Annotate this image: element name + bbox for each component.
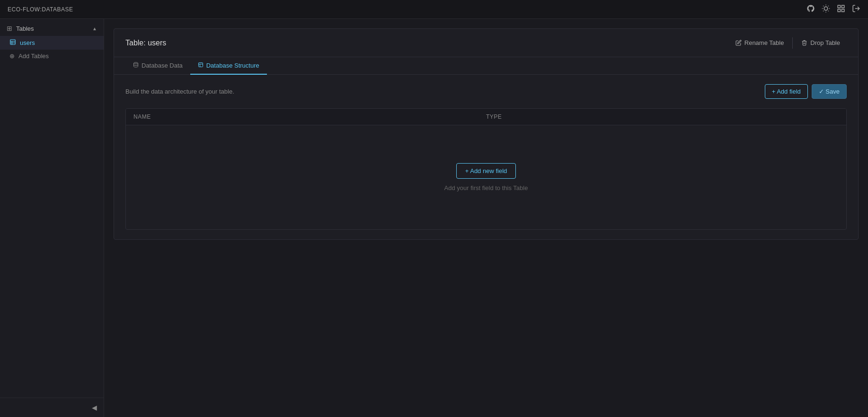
column-type-header: Type	[486, 113, 839, 120]
sidebar-footer: ◀	[0, 398, 104, 417]
save-button[interactable]: ✓ Save	[812, 84, 847, 99]
github-icon[interactable]	[806, 4, 815, 15]
panel-actions: Rename Table Drop Table	[729, 36, 847, 49]
topbar: ECO-FLOW:DATABASE	[0, 0, 868, 19]
panel-header: Table: users Rename Table Drop Table	[114, 29, 858, 57]
panel-title: Table: users	[125, 39, 166, 47]
tab-database-structure[interactable]: Database Structure	[190, 57, 267, 75]
table-empty-state: + Add new field Add your first field to …	[126, 125, 846, 229]
database-structure-icon	[198, 62, 204, 69]
action-divider	[792, 37, 793, 49]
table-header: Name Type	[126, 109, 846, 125]
svg-rect-19	[198, 63, 203, 67]
sidebar-collapse-button[interactable]: ◀	[92, 404, 97, 411]
structure-description: Build the data architecture of your tabl…	[125, 88, 234, 95]
table-icon	[9, 39, 16, 47]
drop-table-button[interactable]: Drop Table	[795, 36, 847, 49]
sun-icon[interactable]	[822, 4, 830, 15]
svg-point-18	[134, 62, 138, 64]
content-area: Table: users Rename Table Drop Table	[104, 19, 868, 417]
structure-table: Name Type + Add new field Add your first…	[125, 108, 847, 230]
topbar-actions	[806, 4, 860, 15]
svg-rect-10	[842, 5, 844, 8]
structure-toolbar: Build the data architecture of your tabl…	[125, 84, 847, 99]
panel-tabs: Database Data Database Structure	[114, 57, 858, 75]
add-new-field-button[interactable]: + Add new field	[456, 163, 516, 179]
svg-line-4	[828, 10, 829, 11]
app-title: ECO-FLOW:DATABASE	[8, 6, 73, 13]
sidebar-chevron-icon[interactable]: ▲	[92, 26, 97, 31]
database-data-icon	[133, 62, 139, 69]
structure-body: Build the data architecture of your tabl…	[114, 75, 858, 239]
empty-hint: Add your first field to this Table	[444, 184, 528, 191]
tab-data-label: Database Data	[142, 62, 183, 69]
svg-line-7	[823, 10, 824, 11]
main-panel: Table: users Rename Table Drop Table	[114, 28, 859, 240]
sidebar: ⊞ Tables ▲ users ⊕ Add Tables ◀	[0, 19, 104, 417]
svg-rect-11	[838, 9, 840, 11]
sidebar-item-users[interactable]: users	[0, 36, 104, 50]
sidebar-add-label: Add Tables	[18, 52, 49, 60]
column-name-header: Name	[133, 113, 486, 120]
svg-rect-12	[842, 9, 844, 11]
add-icon: ⊕	[9, 52, 15, 60]
svg-line-3	[823, 6, 824, 6]
toolbar-right: + Add field ✓ Save	[765, 84, 847, 99]
svg-point-0	[824, 7, 828, 10]
add-field-button[interactable]: + Add field	[765, 84, 808, 99]
svg-rect-9	[838, 5, 840, 8]
tab-database-data[interactable]: Database Data	[125, 57, 190, 75]
svg-line-8	[828, 6, 829, 6]
sidebar-add-tables[interactable]: ⊕ Add Tables	[0, 50, 104, 62]
logout-icon[interactable]	[852, 4, 860, 15]
main-layout: ⊞ Tables ▲ users ⊕ Add Tables ◀ Table: u…	[0, 19, 868, 417]
layout-icon[interactable]	[837, 4, 845, 15]
sidebar-tables-header: ⊞ Tables ▲	[0, 19, 104, 36]
tab-structure-label: Database Structure	[206, 62, 259, 69]
sidebar-users-label: users	[20, 39, 35, 46]
sidebar-grid-icon: ⊞	[7, 25, 12, 32]
sidebar-tables-label: Tables	[16, 25, 34, 32]
svg-rect-14	[10, 40, 16, 45]
rename-table-button[interactable]: Rename Table	[729, 36, 791, 49]
